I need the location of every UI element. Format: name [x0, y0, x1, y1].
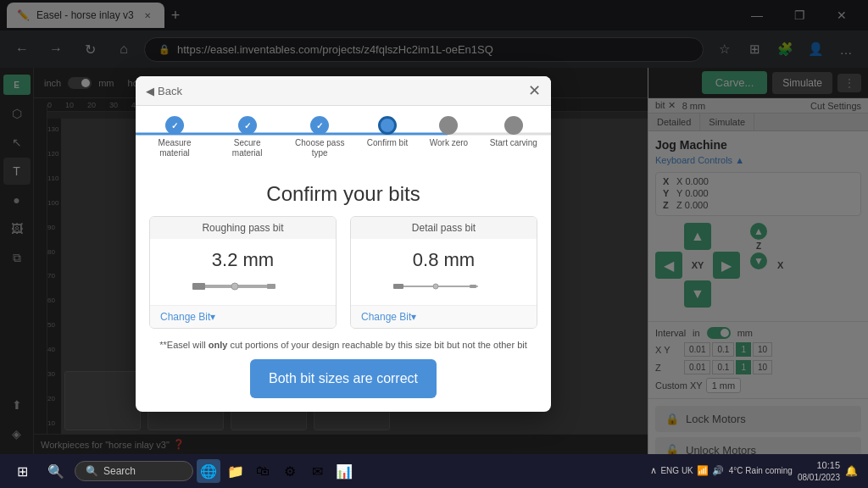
detail-bit-body: 0.8 mm — [351, 239, 537, 305]
modal-back-button[interactable]: ◀ Back — [146, 85, 182, 97]
tray-lang-icon: ENG UK — [660, 466, 693, 475]
detail-change-bit-label: Change Bit▾ — [361, 311, 416, 323]
detail-bit-card: Detail pass bit 0.8 mm — [350, 216, 537, 329]
tray-wifi-icon: 📶 — [697, 465, 709, 476]
roughing-change-bit-button[interactable]: Change Bit▾ — [160, 311, 215, 323]
stepper-step-6: Start carving — [490, 116, 537, 158]
taskbar-search-placeholder: Search — [103, 465, 136, 477]
roughing-bit-card: Roughing pass bit 3.2 mm — [149, 216, 337, 329]
modal-body: Confirm your bits Roughing pass bit 3.2 … — [136, 175, 551, 411]
taskbar-files-icon[interactable]: 📁 — [224, 459, 248, 483]
step-6-circle — [504, 116, 523, 135]
step-6-label: Start carving — [490, 138, 537, 148]
back-chevron-icon: ◀ — [146, 85, 154, 97]
weather-temp: 4°C Rain coming — [729, 465, 793, 476]
roughing-change-bit-label: Change Bit▾ — [160, 311, 215, 323]
stepper-step-1: ✓ Measure material — [149, 116, 200, 158]
taskbar-right: ∧ ENG UK 📶 🔊 4°C Rain coming 10:15 08/01… — [650, 459, 868, 482]
detail-change-bit-button[interactable]: Change Bit▾ — [361, 311, 416, 323]
step-1-label: Measure material — [149, 138, 200, 158]
step-2-circle: ✓ — [238, 116, 257, 135]
taskbar-left: ⊞ 🔍 🔍 Search 🌐 📁 🛍 ⚙ ✉ 📊 — [0, 456, 356, 486]
roughing-bit-footer: Change Bit▾ — [150, 305, 336, 328]
taskbar-search-bar[interactable]: 🔍 Search — [75, 461, 193, 481]
taskbar: ⊞ 🔍 🔍 Search 🌐 📁 🛍 ⚙ ✉ 📊 ∧ ENG UK 📶 🔊 4°… — [0, 454, 868, 488]
step-4-label: Confirm bit — [367, 138, 408, 148]
modal-title: Confirm your bits — [149, 182, 537, 206]
step-5-circle — [439, 116, 458, 135]
clock-date: 08/01/2023 — [798, 472, 840, 483]
roughing-bit-body: 3.2 mm — [150, 239, 336, 305]
svg-rect-1 — [192, 283, 205, 290]
taskbar-chrome-icon[interactable]: ⚙ — [278, 459, 302, 483]
detail-bit-size: 0.8 mm — [413, 249, 475, 271]
note-bold: only — [209, 340, 228, 350]
bits-row: Roughing pass bit 3.2 mm — [149, 216, 537, 329]
roughing-bit-size: 3.2 mm — [212, 249, 274, 271]
roughing-bit-header: Roughing pass bit — [150, 217, 336, 239]
tray-volume-icon: 🔊 — [712, 465, 724, 476]
detail-bit-image — [393, 278, 495, 295]
modal-close-button[interactable]: ✕ — [528, 83, 541, 98]
notification-button[interactable]: 🔔 — [845, 465, 858, 477]
taskbar-store-icon[interactable]: 🛍 — [251, 459, 275, 483]
confirm-bits-modal: ◀ Back ✕ ✓ Measure material ✓ Secure mat… — [136, 76, 551, 411]
modal-header: ◀ Back ✕ — [136, 76, 551, 106]
detail-bit-header: Detail pass bit — [351, 217, 537, 239]
svg-rect-2 — [267, 284, 275, 289]
step-3-label: Choose pass type — [294, 138, 345, 158]
back-label: Back — [158, 85, 182, 97]
stepper-step-2: ✓ Secure material — [222, 116, 273, 158]
taskbar-extra-icon[interactable]: 📊 — [332, 459, 356, 483]
step-4-circle — [378, 116, 397, 135]
stepper-step-3: ✓ Choose pass type — [294, 116, 345, 158]
stepper-step-4: Confirm bit — [367, 116, 408, 158]
step-1-circle: ✓ — [165, 116, 184, 135]
stepper-steps: ✓ Measure material ✓ Secure material ✓ C… — [149, 116, 537, 175]
detail-bit-footer: Change Bit▾ — [351, 305, 537, 328]
step-3-circle: ✓ — [310, 116, 329, 135]
clock-time: 10:15 — [798, 459, 840, 471]
step-5-label: Work zero — [430, 138, 468, 148]
system-tray: ∧ ENG UK 📶 🔊 — [650, 465, 723, 476]
svg-point-7 — [433, 284, 438, 289]
svg-rect-6 — [470, 285, 476, 288]
step-2-label: Secure material — [222, 138, 273, 158]
stepper: ✓ Measure material ✓ Secure material ✓ C… — [136, 106, 551, 175]
taskbar-search-button[interactable]: 🔍 — [41, 456, 71, 486]
svg-rect-5 — [393, 284, 403, 289]
taskbar-mail-icon[interactable]: ✉ — [305, 459, 329, 483]
stepper-step-5: Work zero — [430, 116, 468, 158]
modal-overlay: ◀ Back ✕ ✓ Measure material ✓ Secure mat… — [0, 0, 868, 488]
taskbar-edge-icon[interactable]: 🌐 — [197, 459, 220, 483]
modal-note: **Easel will only cut portions of your d… — [149, 339, 537, 352]
taskbar-clock: 10:15 08/01/2023 — [798, 459, 840, 482]
start-button[interactable]: ⊞ — [7, 456, 37, 486]
confirm-bits-button[interactable]: Both bit sizes are correct — [250, 359, 437, 398]
svg-point-3 — [231, 283, 238, 290]
roughing-bit-image — [192, 278, 294, 295]
tray-arrow-icon[interactable]: ∧ — [650, 465, 657, 476]
taskbar-weather: 4°C Rain coming — [729, 465, 793, 476]
